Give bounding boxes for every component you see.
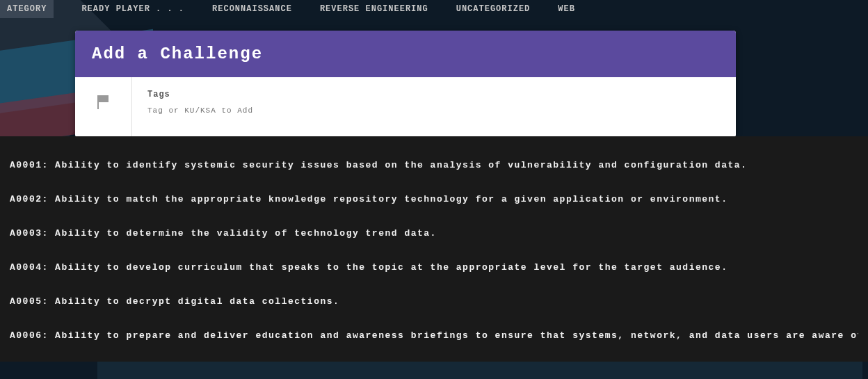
dropdown-item[interactable]: A0003: Ability to determine the validity… — [10, 221, 858, 245]
dropdown-item[interactable]: A0004: Ability to develop curriculum tha… — [10, 255, 858, 280]
tags-input[interactable] — [147, 105, 721, 116]
tags-field: Tags — [132, 77, 736, 137]
tags-label: Tags — [147, 90, 721, 99]
nav-item-web[interactable]: WEB — [558, 4, 575, 14]
add-challenge-card: Add a Challenge Tags — [75, 31, 736, 137]
nav-item-reverse-engineering[interactable]: REVERSE ENGINEERING — [320, 4, 428, 14]
flag-icon — [97, 95, 110, 109]
dropdown-item[interactable]: A0001: Ability to identify systemic secu… — [10, 153, 858, 177]
nav-item-ready-player[interactable]: READY PLAYER . . . — [81, 4, 184, 14]
tags-dropdown: A0001: Ability to identify systemic secu… — [0, 136, 868, 362]
nav-item-reconnaissance[interactable]: RECONNAISSANCE — [212, 4, 292, 14]
icon-column — [75, 77, 132, 137]
dropdown-item[interactable]: A0002: Ability to match the appropriate … — [10, 187, 858, 211]
dropdown-item[interactable]: A0006: Ability to prepare and deliver ed… — [10, 323, 858, 348]
dropdown-item[interactable]: A0005: Ability to decrypt digital data c… — [10, 289, 858, 314]
nav-item-category[interactable]: ATEGORY — [0, 0, 54, 18]
card-body: Tags — [75, 77, 736, 137]
category-nav: ATEGORY READY PLAYER . . . RECONNAISSANC… — [0, 0, 868, 18]
nav-item-uncategorized[interactable]: UNCATEGORIZED — [456, 4, 531, 14]
card-title: Add a Challenge — [75, 31, 736, 77]
